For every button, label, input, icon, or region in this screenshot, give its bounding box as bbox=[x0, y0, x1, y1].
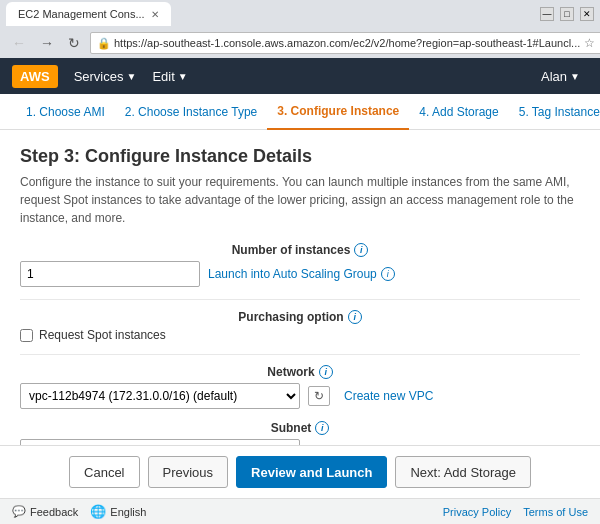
purchasing-label-row: Purchasing option i bbox=[20, 310, 580, 324]
close-button[interactable]: ✕ bbox=[580, 7, 594, 21]
feedback-label: Feedback bbox=[30, 506, 78, 518]
window-controls: — □ ✕ bbox=[540, 7, 594, 21]
step-5[interactable]: 5. Tag Instance bbox=[509, 94, 600, 130]
num-instances-input-row: Launch into Auto Scaling Group i bbox=[20, 261, 580, 287]
aws-logo[interactable]: AWS bbox=[12, 65, 58, 88]
user-caret-icon: ▼ bbox=[570, 71, 580, 82]
cancel-button[interactable]: Cancel bbox=[69, 456, 139, 488]
maximize-button[interactable]: □ bbox=[560, 7, 574, 21]
footer-right: Privacy Policy Terms of Use bbox=[443, 506, 588, 518]
refresh-button[interactable]: ↻ bbox=[64, 33, 84, 53]
network-section: Network i vpc-112b4974 (172.31.0.0/16) (… bbox=[20, 365, 580, 409]
subnet-section: Subnet i No preference (default subnet i… bbox=[20, 421, 580, 445]
purchasing-label: Purchasing option bbox=[238, 310, 343, 324]
globe-icon: 🌐 bbox=[90, 504, 106, 519]
subnet-label-row: Subnet i bbox=[20, 421, 580, 435]
feedback-icon: 💬 bbox=[12, 505, 26, 518]
step-4[interactable]: 4. Add Storage bbox=[409, 94, 508, 130]
request-spot-label: Request Spot instances bbox=[39, 328, 166, 342]
lock-icon: 🔒 bbox=[97, 37, 111, 50]
network-select[interactable]: vpc-112b4974 (172.31.0.0/16) (default) bbox=[20, 383, 300, 409]
main-content: Step 3: Configure Instance Details Confi… bbox=[0, 130, 600, 445]
terms-of-use-link[interactable]: Terms of Use bbox=[523, 506, 588, 518]
step-navigation: 1. Choose AMI 2. Choose Instance Type 3.… bbox=[0, 94, 600, 130]
bookmark-icon[interactable]: ☆ bbox=[584, 36, 595, 50]
num-instances-section: Number of instances i Launch into Auto S… bbox=[20, 243, 580, 287]
forward-button[interactable]: → bbox=[36, 33, 58, 53]
num-instances-input[interactable] bbox=[20, 261, 200, 287]
tab-close-icon[interactable]: ✕ bbox=[151, 9, 159, 20]
language-label: English bbox=[110, 506, 146, 518]
request-spot-checkbox-label[interactable]: Request Spot instances bbox=[20, 328, 166, 342]
review-launch-button[interactable]: Review and Launch bbox=[236, 456, 387, 488]
services-caret-icon: ▼ bbox=[126, 71, 136, 82]
network-label: Network bbox=[267, 365, 314, 379]
footer: 💬 Feedback 🌐 English Privacy Policy Term… bbox=[0, 498, 600, 524]
aws-navigation: AWS Services ▼ Edit ▼ Alan ▼ bbox=[0, 58, 600, 94]
network-info-icon[interactable]: i bbox=[319, 365, 333, 379]
create-vpc-link[interactable]: Create new VPC bbox=[344, 389, 433, 403]
subnet-info-icon[interactable]: i bbox=[315, 421, 329, 435]
tab-title: EC2 Management Cons... bbox=[18, 8, 145, 20]
services-label: Services bbox=[74, 69, 124, 84]
address-bar: ← → ↻ 🔒 https://ap-southeast-1.console.a… bbox=[0, 28, 600, 58]
purchasing-checkbox-row: Request Spot instances bbox=[20, 328, 580, 342]
purchasing-option-section: Purchasing option i Request Spot instanc… bbox=[20, 310, 580, 342]
page-title: Step 3: Configure Instance Details bbox=[20, 146, 580, 167]
address-input[interactable]: 🔒 https://ap-southeast-1.console.aws.ama… bbox=[90, 32, 600, 54]
num-instances-label-row: Number of instances i bbox=[20, 243, 580, 257]
services-menu[interactable]: Services ▼ bbox=[66, 58, 145, 94]
user-menu[interactable]: Alan ▼ bbox=[533, 58, 588, 94]
edit-caret-icon: ▼ bbox=[178, 71, 188, 82]
request-spot-checkbox[interactable] bbox=[20, 329, 33, 342]
language-item[interactable]: 🌐 English bbox=[90, 504, 146, 519]
divider-1 bbox=[20, 299, 580, 300]
edit-label: Edit bbox=[152, 69, 174, 84]
feedback-item[interactable]: 💬 Feedback bbox=[12, 505, 78, 518]
purchasing-info-icon[interactable]: i bbox=[348, 310, 362, 324]
auto-scaling-info-icon[interactable]: i bbox=[381, 267, 395, 281]
step-1[interactable]: 1. Choose AMI bbox=[16, 94, 115, 130]
next-button[interactable]: Next: Add Storage bbox=[395, 456, 531, 488]
network-refresh-button[interactable]: ↻ bbox=[308, 386, 330, 406]
bottom-button-bar: Cancel Previous Review and Launch Next: … bbox=[0, 445, 600, 498]
subnet-label: Subnet bbox=[271, 421, 312, 435]
page-description: Configure the instance to suit your requ… bbox=[20, 173, 580, 227]
back-button[interactable]: ← bbox=[8, 33, 30, 53]
step-2[interactable]: 2. Choose Instance Type bbox=[115, 94, 268, 130]
footer-left: 💬 Feedback 🌐 English bbox=[12, 504, 146, 519]
browser-tab[interactable]: EC2 Management Cons... ✕ bbox=[6, 2, 171, 26]
divider-2 bbox=[20, 354, 580, 355]
edit-menu[interactable]: Edit ▼ bbox=[144, 58, 195, 94]
num-instances-info-icon[interactable]: i bbox=[354, 243, 368, 257]
step-3[interactable]: 3. Configure Instance bbox=[267, 94, 409, 130]
launch-auto-scaling-link[interactable]: Launch into Auto Scaling Group i bbox=[208, 267, 395, 281]
title-bar: EC2 Management Cons... ✕ — □ ✕ bbox=[0, 0, 600, 28]
network-label-row: Network i bbox=[20, 365, 580, 379]
browser-chrome: EC2 Management Cons... ✕ — □ ✕ ← → ↻ 🔒 h… bbox=[0, 0, 600, 58]
user-label: Alan bbox=[541, 69, 567, 84]
url-text: https://ap-southeast-1.console.aws.amazo… bbox=[114, 37, 580, 49]
privacy-policy-link[interactable]: Privacy Policy bbox=[443, 506, 511, 518]
minimize-button[interactable]: — bbox=[540, 7, 554, 21]
previous-button[interactable]: Previous bbox=[148, 456, 229, 488]
network-input-row: vpc-112b4974 (172.31.0.0/16) (default) ↻… bbox=[20, 383, 580, 409]
num-instances-label: Number of instances bbox=[232, 243, 351, 257]
